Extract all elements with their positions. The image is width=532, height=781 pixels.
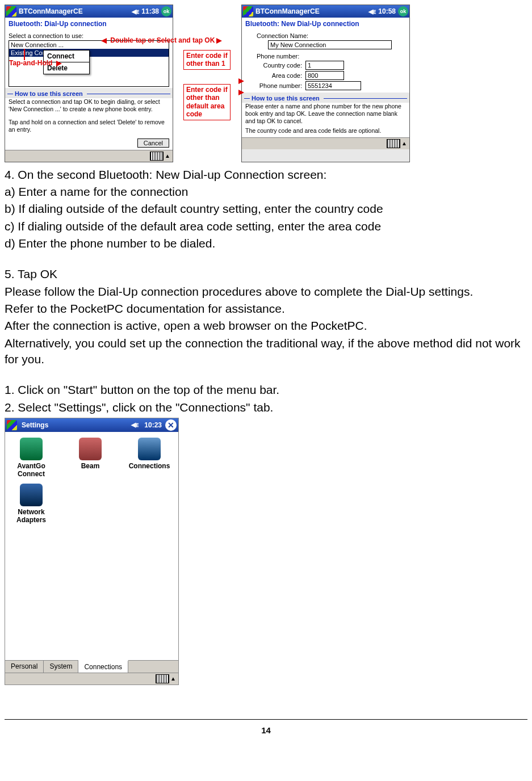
help-text-1: Please enter a name and phone number for… — [242, 103, 409, 127]
windows-flag-icon — [7, 420, 17, 430]
area-code-label: Area code: — [245, 72, 305, 79]
icon-beam[interactable]: Beam — [68, 438, 113, 478]
para-after: After the connection is active, open a w… — [5, 318, 527, 334]
page-number: 14 — [5, 719, 527, 735]
network-icon — [20, 484, 43, 506]
step-4b: b) If dialing outside of the default cou… — [5, 201, 527, 217]
connections-icon — [138, 438, 161, 460]
windows-flag-icon — [243, 6, 253, 16]
connection-name-input[interactable]: My New Connection — [268, 40, 392, 49]
annotation-country-code: Enter code if other than 1 — [183, 50, 231, 70]
help-text-2: Tap and hold on a connection and select … — [5, 115, 173, 136]
icon-avantgo[interactable]: AvantGo Connect — [9, 438, 54, 478]
titlebar: BTConnManagerCE ◀ᴇ 11:38 ok — [5, 5, 173, 18]
annotation-line — [24, 49, 25, 60]
connection-listbox[interactable]: New Connection ... Existing Connection C… — [9, 40, 169, 87]
avantgo-icon — [20, 438, 43, 460]
beam-icon — [79, 438, 102, 460]
keyboard-icon[interactable] — [150, 152, 164, 161]
phone-number-input[interactable]: 5551234 — [305, 81, 361, 90]
ok-button[interactable]: ok — [161, 6, 171, 16]
screenshot-new-dialup: BTConnManagerCE ◀ᴇ 10:58 ok Bluetooth: N… — [241, 5, 410, 162]
app-title: BTConnManagerCE — [255, 7, 320, 15]
keyboard-icon[interactable] — [387, 139, 400, 148]
step-4a: a) Enter a name for the connection — [5, 184, 527, 200]
settings-icon-grid: AvantGo Connect Beam Connections Network… — [5, 432, 178, 530]
area-code-input[interactable]: 800 — [305, 71, 344, 80]
step-5: 5. Tap OK — [5, 266, 527, 282]
system-bar: ▲ — [242, 137, 409, 149]
para-follow: Please follow the Dial-Up connection pro… — [5, 284, 527, 300]
tab-bar: Personal System Connections — [5, 660, 178, 673]
phone-number-section-label: Phone number: — [245, 53, 406, 60]
how-to-header: How to use this screen — [244, 95, 407, 102]
help-text-2: The country code and area code fields ar… — [242, 127, 409, 137]
alt-step-2: 2. Select "Settings", click on the "Conn… — [5, 400, 527, 415]
screenshot-dialup-list: BTConnManagerCE ◀ᴇ 11:38 ok Bluetooth: D… — [5, 5, 173, 162]
icon-label: Beam — [68, 462, 113, 470]
keyboard-icon[interactable] — [156, 674, 169, 683]
cancel-button[interactable]: Cancel — [137, 138, 169, 148]
app-title: BTConnManagerCE — [19, 7, 83, 15]
ok-button[interactable]: ok — [398, 6, 408, 16]
connection-name-label: Connection Name: — [245, 32, 406, 39]
how-to-header: How to use this screen — [7, 90, 170, 97]
step-4c: c) If dialing outside of the default are… — [5, 219, 527, 234]
windows-flag-icon — [6, 6, 16, 16]
tab-connections[interactable]: Connections — [78, 660, 128, 673]
para-refer: Refer to the PocketPC documentation for … — [5, 301, 527, 317]
screen-subtitle: Bluetooth: New Dial-Up connection — [242, 18, 409, 30]
up-arrow-icon[interactable]: ▲ — [170, 675, 176, 682]
country-code-input[interactable]: 1 — [305, 61, 344, 70]
up-arrow-icon[interactable]: ▲ — [401, 140, 407, 146]
icon-label: Connections — [127, 462, 172, 470]
help-text-1: Select a connection and tap OK to begin … — [5, 98, 173, 115]
blank-area — [5, 530, 178, 660]
tab-system[interactable]: System — [44, 661, 78, 673]
clock: 11:38 — [141, 7, 159, 15]
icon-network-adapters[interactable]: Network Adapters — [9, 484, 54, 524]
up-arrow-icon[interactable]: ▲ — [165, 153, 170, 159]
speaker-icon: ◀ᴇ — [132, 8, 139, 15]
ctx-connect[interactable]: Connect — [44, 51, 89, 62]
annotation-area-code: Enter code if other than default area co… — [183, 84, 231, 120]
clock: 10:23 — [144, 421, 162, 429]
icon-label: Network Adapters — [9, 508, 54, 524]
ctx-delete[interactable]: Delete — [44, 62, 89, 74]
system-bar: ▲ — [5, 150, 173, 162]
titlebar: Settings ◀ᴇ 10:23 ✕ — [5, 418, 178, 432]
system-bar: ▲ — [5, 673, 178, 685]
list-item[interactable]: New Connection ... — [9, 41, 169, 49]
arrow-icon — [238, 90, 244, 95]
screen-subtitle: Bluetooth: Dial-Up connection — [5, 18, 173, 30]
speaker-icon: ◀ᴇ — [368, 8, 376, 15]
step-4d: d) Enter the phone number to be dialed. — [5, 236, 527, 251]
country-code-label: Country code: — [245, 62, 305, 69]
arrow-icon — [238, 78, 244, 84]
clock: 10:58 — [378, 7, 396, 15]
step-4-header: 4. On the second Bluetooth: New Dial-up … — [5, 167, 527, 183]
icon-connections[interactable]: Connections — [127, 438, 172, 478]
context-menu: Connect Delete — [43, 50, 90, 74]
phone-number-label: Phone number: — [245, 82, 305, 89]
speaker-icon: ◀ᴇ — [131, 421, 139, 429]
app-title: Settings — [22, 421, 48, 429]
close-button[interactable]: ✕ — [165, 419, 177, 431]
alt-step-1: 1. Click on "Start" button on the top of… — [5, 382, 527, 398]
tab-personal[interactable]: Personal — [5, 661, 44, 673]
titlebar: BTConnManagerCE ◀ᴇ 10:58 ok — [242, 5, 409, 18]
screenshot-settings: Settings ◀ᴇ 10:23 ✕ AvantGo Connect Beam… — [5, 418, 179, 685]
select-prompt: Select a connection to use: — [9, 32, 169, 39]
icon-label: AvantGo Connect — [9, 462, 54, 478]
para-alt: Alternatively, you could set up the conn… — [5, 335, 527, 368]
